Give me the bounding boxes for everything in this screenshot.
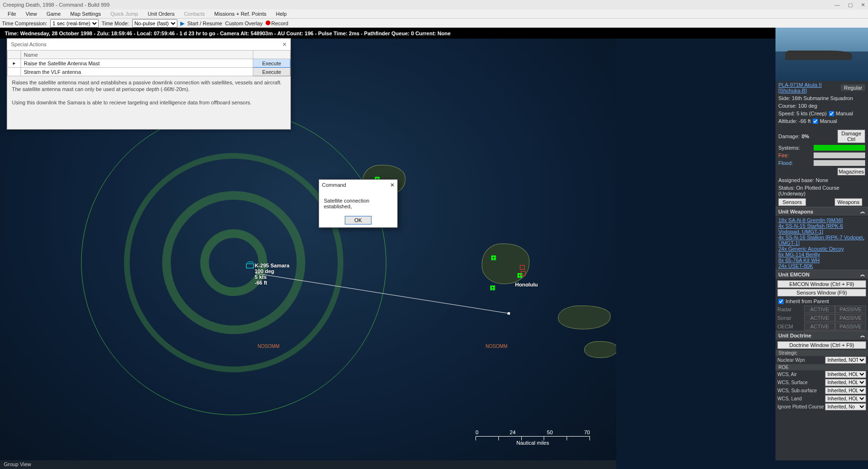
special-actions-window[interactable]: Special Actions ✕ Name ▸ Raise the Satel… bbox=[7, 38, 291, 130]
record-button[interactable]: Record bbox=[266, 20, 288, 26]
sub-roe: ROE bbox=[775, 364, 868, 370]
unit-label: K-295 Samara 100 deg 5 kts -66 ft bbox=[255, 263, 289, 285]
table-row[interactable]: ▸ Raise the Satellite Antenna Mast Execu… bbox=[8, 59, 290, 68]
table-row[interactable]: Stream the VLF antenna Execute bbox=[8, 68, 290, 76]
sonar-passive[interactable]: PASSIVE bbox=[835, 314, 866, 322]
contact-marker[interactable] bbox=[490, 285, 495, 290]
section-unit-emcon[interactable]: Unit EMCON︽ bbox=[775, 270, 868, 279]
chevron-up-icon: ︽ bbox=[860, 271, 865, 278]
contact-marker[interactable] bbox=[491, 255, 496, 260]
scale-label: Nautical miles bbox=[475, 440, 590, 446]
menubar: File View Game Map Settings Quick Jump U… bbox=[0, 10, 868, 18]
window-title: Creeping Death, 1998 - Command - Build 9… bbox=[3, 2, 110, 8]
emcon-window-button[interactable]: EMCON Window (Ctrl + F9) bbox=[777, 280, 866, 288]
menu-game[interactable]: Game bbox=[41, 10, 65, 17]
weapon-link[interactable]: 8x 65-76A Kit WH bbox=[778, 257, 865, 263]
unit-speed: Speed: 5 kts (Creep) bbox=[778, 111, 827, 116]
alt-manual-checkbox[interactable] bbox=[813, 119, 818, 124]
row-arrow-icon: ▸ bbox=[8, 59, 21, 68]
play-icon[interactable]: ▶ bbox=[180, 20, 185, 27]
timemode-select[interactable]: No-pulse (fast) bbox=[132, 19, 177, 28]
radar-active[interactable]: ACTIVE bbox=[804, 306, 835, 313]
dialog-body: Satellite connection established, bbox=[319, 190, 397, 213]
maximize-icon[interactable]: ▢ bbox=[848, 2, 853, 8]
close-icon[interactable]: ✕ bbox=[390, 182, 394, 188]
hostile-marker[interactable] bbox=[521, 271, 526, 276]
nuke-select[interactable]: Inherited, NOT GR bbox=[825, 357, 866, 364]
unit-marker[interactable] bbox=[246, 264, 254, 268]
magazines-button[interactable]: Magazines bbox=[837, 168, 865, 175]
action-description: Raises the satellite antenna mast and es… bbox=[7, 76, 290, 109]
sensors-window-button[interactable]: Sensors Window (F9) bbox=[777, 289, 866, 296]
bottom-bar: Group View bbox=[0, 460, 616, 469]
inherit-checkbox[interactable] bbox=[778, 299, 784, 304]
menu-missions[interactable]: Missions + Ref. Points bbox=[209, 10, 271, 17]
special-actions-table: Name ▸ Raise the Satellite Antenna Mast … bbox=[7, 50, 290, 76]
speed-manual-checkbox[interactable] bbox=[829, 111, 834, 116]
section-unit-weapons[interactable]: Unit Weapons︽ bbox=[775, 207, 868, 216]
unit-altitude: Altitude: -66 ft bbox=[778, 118, 811, 124]
status-text: Time: Wednesday, 28 October 1998 - Zulu:… bbox=[5, 31, 451, 36]
weapons-button[interactable]: Weapons bbox=[835, 198, 862, 206]
ok-button[interactable]: OK bbox=[345, 216, 372, 224]
execute-button[interactable]: Execute bbox=[253, 59, 290, 68]
island bbox=[584, 341, 616, 358]
weapon-link[interactable]: 18x SA-N-8 Gremlin [9M36] bbox=[778, 217, 865, 223]
execute-button[interactable]: Execute bbox=[253, 68, 290, 76]
menu-view[interactable]: View bbox=[21, 10, 42, 17]
damage-ctrl-button[interactable]: Damage Ctrl bbox=[837, 130, 865, 143]
menu-help[interactable]: Help bbox=[271, 10, 291, 17]
menu-unit-orders[interactable]: Unit Orders bbox=[143, 10, 179, 17]
window-titlebar: Creeping Death, 1998 - Command - Build 9… bbox=[0, 0, 868, 10]
close-icon[interactable]: ✕ bbox=[282, 41, 287, 48]
island bbox=[482, 244, 529, 284]
custom-overlay-button[interactable]: Custom Overlay bbox=[225, 20, 263, 26]
scale-bar: 0245070 Nautical miles bbox=[475, 429, 590, 446]
menu-file[interactable]: File bbox=[3, 10, 21, 17]
weapon-link[interactable]: 4x SS-N-15 Starfish [RPK-6 Vodopad, UMGT… bbox=[778, 223, 865, 234]
chevron-up-icon: ︽ bbox=[860, 332, 865, 339]
wcs-surface-select[interactable]: Inherited, HOLD - r bbox=[825, 379, 866, 386]
wcs-subsurface-select[interactable]: Inherited, HOLD - r bbox=[825, 387, 866, 394]
menu-contacts[interactable]: Contacts bbox=[179, 10, 209, 17]
hostile-marker[interactable] bbox=[520, 265, 525, 270]
unit-info-panel: PLA-971M Akula II [Shchuka-B] Regular Si… bbox=[775, 28, 868, 460]
weapon-link[interactable]: 4x SS-N-16 Stallion [RPK-7 Vodopei, UMGT… bbox=[778, 234, 865, 246]
wcs-land-select[interactable]: Inherited, HOLD - r bbox=[825, 395, 866, 402]
doctrine-window-button[interactable]: Doctrine Window (Ctrl + F9) bbox=[777, 341, 866, 349]
statusbar: Time: Wednesday, 28 October 1998 - Zulu:… bbox=[0, 28, 868, 39]
chevron-up-icon: ︽ bbox=[860, 208, 865, 215]
city-label-honolulu: Honolulu bbox=[515, 282, 538, 287]
start-resume-button[interactable]: Start / Resume bbox=[187, 20, 222, 26]
unit-quality: Regular bbox=[841, 84, 865, 91]
flood-bar bbox=[814, 160, 865, 166]
close-icon[interactable]: ✕ bbox=[861, 2, 865, 8]
menu-quick-jump[interactable]: Quick Jump bbox=[106, 10, 143, 17]
menu-map-settings[interactable]: Map Settings bbox=[65, 10, 105, 17]
oecm-passive[interactable]: PASSIVE bbox=[835, 323, 866, 330]
sonar-active[interactable]: ACTIVE bbox=[804, 314, 835, 322]
nosomm-label: NOSOMM bbox=[258, 344, 279, 349]
radar-passive[interactable]: PASSIVE bbox=[835, 306, 866, 313]
weapon-link[interactable]: 24x USET-80K bbox=[778, 263, 865, 269]
wcs-air-select[interactable]: Inherited, HOLD - r bbox=[825, 371, 866, 378]
timecomp-select[interactable]: 1 sec (real-time) bbox=[50, 19, 99, 28]
nosomm-label: NOSOMM bbox=[486, 344, 507, 349]
dialog-title: Command bbox=[322, 182, 346, 188]
unit-status: Status: On Plotted Course (Underway) bbox=[775, 184, 868, 197]
record-icon bbox=[266, 20, 270, 25]
col-name: Name bbox=[21, 51, 253, 59]
ignore-course-select[interactable]: Inherited, No bbox=[825, 403, 866, 410]
command-dialog[interactable]: Command ✕ Satellite connection establish… bbox=[319, 179, 398, 228]
sensors-button[interactable]: Sensors bbox=[778, 198, 806, 206]
damage-label: Damage: bbox=[778, 133, 800, 139]
group-view-label[interactable]: Group View bbox=[4, 461, 31, 467]
unit-class-link[interactable]: PLA-971M Akula II [Shchuka-B] bbox=[778, 82, 839, 93]
section-unit-doctrine[interactable]: Unit Doctrine︽ bbox=[775, 331, 868, 340]
island bbox=[558, 306, 610, 329]
weapon-link[interactable]: 24x Generic Acoustic Decoy bbox=[778, 246, 865, 252]
oecm-active[interactable]: ACTIVE bbox=[804, 323, 835, 330]
weapon-link[interactable]: 6x MG-114 Berilly bbox=[778, 252, 865, 257]
minimize-icon[interactable]: — bbox=[835, 2, 840, 8]
special-actions-title: Special Actions bbox=[11, 41, 47, 47]
